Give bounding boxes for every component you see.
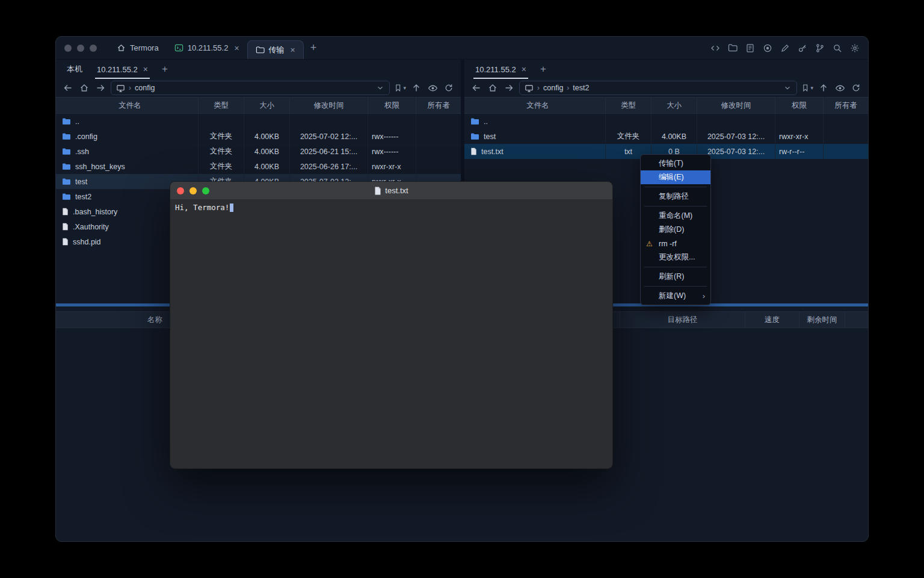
back-icon[interactable]	[62, 82, 74, 94]
eye-icon[interactable]	[834, 82, 846, 94]
refresh-icon[interactable]	[850, 82, 862, 94]
file-row-.ssh[interactable]: .ssh文件夹4.00KB2025-06-21 15:...rwx------	[56, 144, 461, 159]
menu-item-rm-rf[interactable]: ⚠ rm -rf	[641, 237, 710, 250]
close-tab-icon[interactable]: ×	[291, 46, 295, 54]
close-tab-icon[interactable]: ×	[522, 65, 526, 73]
tab-session-left[interactable]: 10.211.55.2 ×	[90, 60, 155, 79]
bookmark-dropdown-icon[interactable]: ▾	[403, 85, 406, 91]
settings-icon[interactable]	[850, 43, 860, 53]
folder-icon	[470, 132, 479, 140]
column-header-owner[interactable]: 所有者	[824, 98, 868, 113]
key-icon[interactable]	[798, 43, 807, 53]
editor-title: test.txt	[170, 186, 612, 195]
journal-icon[interactable]	[745, 43, 755, 53]
parent-dir-icon[interactable]	[410, 82, 422, 94]
column-header-name[interactable]: 文件名	[464, 98, 606, 113]
warning-icon: ⚠	[646, 240, 653, 248]
column-header-type[interactable]: 类型	[199, 98, 244, 113]
tab-session-right[interactable]: 10.211.55.2 ×	[468, 60, 534, 79]
column-header-owner[interactable]: 所有者	[416, 98, 461, 113]
chevron-down-icon[interactable]	[783, 84, 792, 92]
home-icon[interactable]	[487, 82, 499, 94]
eye-icon[interactable]	[427, 82, 439, 94]
tab-label: 10.211.55.2	[475, 65, 516, 74]
new-tab-button[interactable]: +	[304, 42, 324, 54]
editor-titlebar[interactable]: test.txt	[170, 182, 612, 200]
file-icon	[470, 148, 477, 155]
menu-item-rename[interactable]: 重命名(M)	[641, 209, 710, 223]
folder-icon	[62, 193, 71, 200]
path-bar[interactable]: › config › test2	[519, 81, 797, 95]
tab-session[interactable]: 10.211.55.2 ×	[167, 37, 247, 59]
folder-icon[interactable]	[728, 43, 738, 52]
zoom-window-button[interactable]	[90, 45, 97, 52]
menu-item-copy-path[interactable]: 复制路径	[641, 190, 710, 204]
search-icon[interactable]	[833, 43, 842, 53]
context-menu: 传输(T) 编辑(E) 复制路径 重命名(M) 删除(D) ⚠ rm -rf 更…	[640, 154, 711, 305]
forward-icon[interactable]	[94, 82, 106, 94]
bookmark-icon[interactable]: ▾	[801, 82, 813, 94]
menu-item-refresh[interactable]: 刷新(R)	[641, 270, 710, 284]
close-window-button[interactable]	[64, 45, 72, 52]
close-window-button[interactable]	[177, 187, 184, 194]
tab-label: 10.211.55.2	[97, 65, 138, 74]
file-name: test	[75, 178, 87, 186]
column-header-name[interactable]: 文件名	[56, 98, 199, 113]
folder-icon	[256, 46, 265, 54]
parent-dir-icon[interactable]	[818, 82, 830, 94]
column-header-perm[interactable]: 权限	[775, 98, 824, 113]
breadcrumb-segment[interactable]: test2	[573, 84, 589, 92]
branch-icon[interactable]	[815, 43, 825, 53]
file-row-.config[interactable]: .config文件夹4.00KB2025-07-02 12:...rwx----…	[56, 129, 461, 144]
column-header-target-path[interactable]: 目标路径	[620, 312, 745, 328]
minimize-window-button[interactable]	[189, 187, 197, 194]
breadcrumb-segment[interactable]: config	[543, 84, 563, 92]
file-icon	[62, 238, 69, 246]
home-icon[interactable]	[78, 82, 90, 94]
column-header-size[interactable]: 大小	[651, 98, 697, 113]
computer-icon	[525, 84, 534, 93]
tab-termora[interactable]: Termora	[109, 37, 167, 59]
column-header-size[interactable]: 大小	[244, 98, 290, 113]
right-file-toolbar: › config › test2 ▾	[464, 79, 868, 97]
file-row-..[interactable]: ..	[464, 114, 868, 129]
column-header-type[interactable]: 类型	[606, 98, 651, 113]
column-header-mod[interactable]: 修改时间	[697, 98, 775, 113]
column-header-remaining-time[interactable]: 剩余时间	[799, 312, 845, 328]
new-panel-tab-button[interactable]: +	[534, 63, 553, 75]
menu-item-new[interactable]: 新建(W) ›	[641, 289, 710, 303]
chevron-down-icon[interactable]	[376, 84, 384, 92]
breadcrumb-separator: ›	[537, 84, 540, 92]
code-icon[interactable]	[710, 43, 720, 53]
bookmark-dropdown-icon[interactable]: ▾	[810, 85, 813, 91]
file-row-..[interactable]: ..	[56, 114, 461, 129]
new-panel-tab-button[interactable]: +	[155, 63, 174, 75]
tab-local[interactable]: 本机	[60, 60, 90, 79]
column-header-perm[interactable]: 权限	[368, 98, 416, 113]
column-header-speed[interactable]: 速度	[745, 312, 799, 328]
refresh-icon[interactable]	[443, 82, 455, 94]
menu-item-change-permissions[interactable]: 更改权限...	[641, 250, 710, 264]
breadcrumb-separator: ›	[129, 84, 131, 92]
forward-icon[interactable]	[503, 82, 515, 94]
close-tab-icon[interactable]: ×	[143, 65, 148, 73]
bookmark-icon[interactable]: ▾	[394, 82, 406, 94]
menu-item-delete[interactable]: 删除(D)	[641, 223, 710, 237]
tab-label: 本机	[67, 64, 82, 75]
zoom-window-button[interactable]	[202, 187, 209, 194]
tab-transfer[interactable]: 传输 ×	[247, 40, 304, 59]
path-bar[interactable]: › config	[111, 81, 390, 95]
editor-content[interactable]: Hi, Termora!	[170, 200, 612, 215]
menu-item-edit[interactable]: 编辑(E)	[641, 170, 710, 184]
pencil-icon[interactable]	[780, 43, 790, 53]
minimize-window-button[interactable]	[77, 45, 84, 52]
file-icon	[62, 223, 69, 231]
file-row-ssh_host_keys[interactable]: ssh_host_keys文件夹4.00KB2025-06-26 17:...r…	[56, 159, 461, 174]
column-header-mod[interactable]: 修改时间	[290, 98, 368, 113]
record-icon[interactable]	[763, 43, 772, 53]
back-icon[interactable]	[470, 82, 482, 94]
breadcrumb-segment[interactable]: config	[135, 84, 155, 92]
file-row-test[interactable]: test文件夹4.00KB2025-07-03 12:...rwxr-xr-x	[464, 129, 868, 144]
menu-item-transfer[interactable]: 传输(T)	[641, 157, 710, 170]
close-tab-icon[interactable]: ×	[234, 44, 239, 52]
